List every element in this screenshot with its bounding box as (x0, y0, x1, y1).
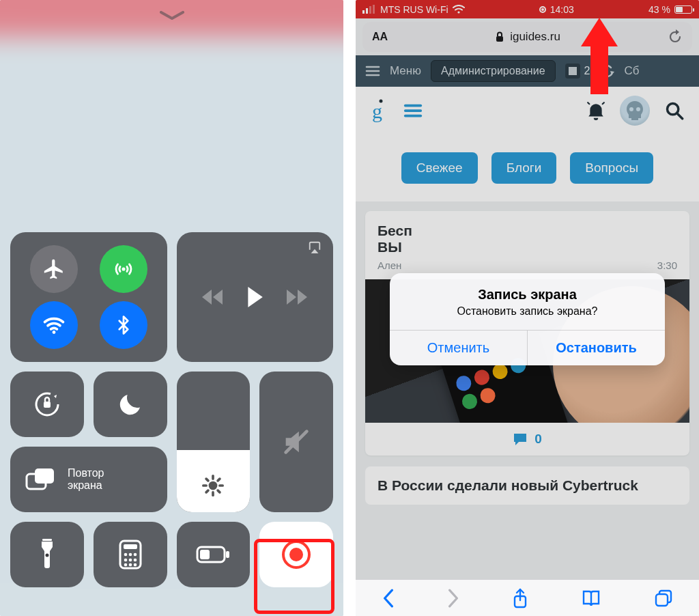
svg-point-4 (209, 481, 218, 490)
svg-point-22 (133, 553, 137, 557)
screen-record-button[interactable] (259, 522, 333, 587)
svg-point-25 (133, 559, 137, 562)
airplane-icon (42, 257, 66, 281)
alert-message: Остановить запись экрана? (403, 305, 651, 318)
svg-point-0 (122, 267, 125, 270)
share-icon[interactable] (512, 588, 528, 608)
screen-mirroring-button[interactable]: Повтор экрана (10, 447, 167, 512)
svg-point-20 (124, 553, 127, 557)
connectivity-tile[interactable] (10, 232, 167, 362)
svg-point-33 (289, 548, 303, 561)
svg-point-1 (52, 331, 55, 334)
annotation-arrow (581, 18, 618, 94)
cellular-icon (112, 257, 135, 281)
flashlight-icon (39, 539, 55, 570)
svg-line-9 (206, 479, 208, 481)
low-power-button[interactable] (177, 522, 251, 587)
screen-mirror-label: Повтор экрана (68, 467, 104, 492)
calculator-icon (119, 540, 142, 570)
svg-rect-3 (44, 402, 51, 408)
safari-recording-screenshot: MTS RUS Wi-Fi 14:03 43 % AA iguides.ru М… (356, 0, 699, 616)
back-icon[interactable] (382, 589, 395, 608)
stop-recording-alert: Запись экрана Остановить запись экрана? … (390, 273, 665, 365)
brightness-slider[interactable] (177, 372, 251, 512)
svg-rect-17 (42, 539, 52, 541)
svg-rect-31 (200, 550, 210, 559)
orientation-lock-toggle[interactable] (10, 372, 84, 437)
svg-rect-15 (35, 468, 54, 484)
svg-line-10 (218, 490, 220, 492)
wifi-toggle[interactable] (30, 301, 78, 349)
svg-point-23 (124, 559, 127, 562)
airplane-mode-toggle[interactable] (30, 245, 78, 293)
chevron-down-icon[interactable] (158, 11, 186, 20)
tabs-icon[interactable] (654, 589, 673, 608)
svg-point-28 (133, 563, 137, 567)
airplay-icon[interactable] (307, 240, 322, 254)
sun-icon (201, 474, 225, 497)
svg-point-16 (45, 554, 48, 557)
battery-icon (196, 546, 230, 563)
alert-title: Запись экрана (403, 287, 651, 303)
record-icon (281, 539, 312, 570)
svg-rect-58 (656, 594, 668, 606)
control-center-grid: Повтор экрана (10, 232, 333, 604)
svg-point-24 (128, 559, 132, 562)
svg-rect-30 (226, 551, 229, 558)
forward-icon[interactable] (287, 290, 307, 305)
svg-line-11 (218, 479, 220, 481)
svg-point-26 (124, 563, 127, 567)
alert-cancel-button[interactable]: Отменить (390, 331, 527, 365)
bluetooth-icon (113, 315, 134, 335)
alert-stop-button[interactable]: Остановить (527, 331, 665, 365)
bluetooth-toggle[interactable] (100, 301, 147, 349)
svg-rect-19 (124, 544, 137, 549)
svg-point-21 (128, 553, 132, 557)
control-center-screenshot: Повтор экрана (0, 0, 343, 616)
play-icon[interactable] (246, 287, 263, 307)
screen-mirror-icon (25, 467, 55, 492)
forward-nav-icon (447, 589, 459, 608)
svg-line-12 (206, 490, 208, 492)
volume-slider[interactable] (259, 372, 333, 512)
flashlight-button[interactable] (10, 522, 84, 587)
bookmarks-icon[interactable] (581, 589, 601, 607)
orientation-lock-icon (32, 389, 62, 419)
speaker-muted-icon (281, 426, 312, 458)
cellular-data-toggle[interactable] (100, 245, 147, 293)
calculator-button[interactable] (94, 522, 167, 587)
media-controls-tile[interactable] (177, 232, 334, 362)
wifi-icon (42, 313, 66, 337)
rewind-icon[interactable] (202, 290, 223, 305)
do-not-disturb-toggle[interactable] (94, 372, 167, 437)
safari-toolbar (356, 579, 699, 616)
svg-point-27 (128, 563, 132, 567)
moon-icon (116, 390, 145, 419)
